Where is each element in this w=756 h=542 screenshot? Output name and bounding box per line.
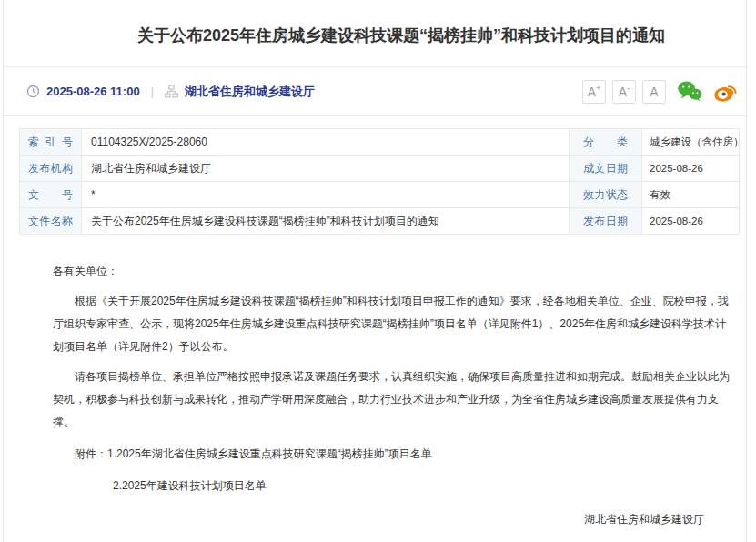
meta-separator: | (151, 85, 154, 98)
doc-number-value: * (82, 182, 570, 208)
article-page: 关于公布2025年住房城乡建设科技课题“揭榜挂帅”和科技计划项目的通知 2025… (3, 0, 747, 542)
font-reset-label: A (650, 85, 658, 99)
paragraph-1: 根据《关于开展2025年住房城乡建设科技课题“揭榜挂帅”和科技计划项目申报工作的… (53, 290, 737, 358)
table-row: 文件名称 关于公布2025年住房城乡建设科技课题“揭榜挂帅”和科技计划项目的通知… (20, 208, 740, 235)
meta-row: 2025-08-26 11:00 | 湖北省住房和城乡建设厅 A+ A- A (4, 67, 746, 115)
meta-divider (4, 115, 746, 116)
validity-status-value: 有效 (642, 182, 740, 208)
publish-date-label: 发布日期 (570, 208, 642, 235)
signature-org: 湖北省住房和城乡建设厅 (53, 508, 704, 531)
index-number-label: 索引号 (20, 129, 82, 156)
table-row: 文号 * 效力状态 有效 (20, 182, 740, 208)
category-label: 分类 (570, 129, 642, 156)
publish-date-value: 2025-08-26 (642, 208, 740, 235)
weibo-share-icon[interactable] (713, 80, 738, 104)
attachment-line-1: 附件：1.2025年湖北省住房城乡建设重点科技研究课题“揭榜挂帅”项目名单 (53, 443, 737, 466)
source-sitemap-icon (165, 85, 178, 98)
font-reset-button[interactable]: A (642, 80, 666, 104)
index-number-value: 01104325X/2025-28060 (82, 129, 570, 156)
file-name-label: 文件名称 (20, 208, 82, 235)
font-increase-sup: + (596, 85, 600, 93)
signature-block: 湖北省住房和城乡建设厅 2025年8月26日 (53, 508, 737, 542)
font-increase-label: A (588, 85, 596, 99)
attachment-line-2: 2.2025年建设科技计划项目名单 (113, 475, 737, 497)
document-body: 各有关单位： 根据《关于开展2025年住房城乡建设科技课题“揭榜挂帅”和科技计划… (53, 260, 737, 542)
clock-icon (26, 85, 40, 98)
paragraph-2: 请各项目揭榜单位、承担单位严格按照申报承诺及课题任务要求，认真组织实施，确保项目… (53, 366, 737, 434)
written-date-label: 成文日期 (570, 156, 642, 182)
meta-left: 2025-08-26 11:00 | 湖北省住房和城乡建设厅 (26, 84, 315, 100)
salutation: 各有关单位： (53, 260, 737, 283)
issuing-agency-label: 发布机构 (20, 156, 82, 182)
written-date-value: 2025-08-26 (642, 156, 740, 182)
meta-tools: A+ A- A (576, 80, 738, 104)
table-row: 发布机构 湖北省住房和城乡建设厅 成文日期 2025-08-26 (20, 156, 740, 182)
doc-number-label: 文号 (20, 182, 82, 208)
document-info-table: 索引号 01104325X/2025-28060 分类 城乡建设（含住房） 发布… (19, 128, 740, 235)
issuing-agency-value: 湖北省住房和城乡建设厅 (82, 156, 570, 182)
font-decrease-label: A (619, 85, 627, 99)
table-row: 索引号 01104325X/2025-28060 分类 城乡建设（含住房） (20, 129, 740, 156)
font-decrease-button[interactable]: A- (612, 80, 636, 104)
wechat-share-icon[interactable] (677, 80, 702, 103)
page-title: 关于公布2025年住房城乡建设科技课题“揭榜挂帅”和科技计划项目的通知 (4, 25, 746, 46)
validity-status-label: 效力状态 (570, 182, 642, 208)
file-name-value: 关于公布2025年住房城乡建设科技课题“揭榜挂帅”和科技计划项目的通知 (82, 208, 570, 235)
publish-datetime: 2025-08-26 11:00 (46, 85, 140, 98)
font-increase-button[interactable]: A+ (582, 80, 606, 104)
font-decrease-sup: - (627, 85, 630, 93)
source-link[interactable]: 湖北省住房和城乡建设厅 (185, 84, 315, 100)
category-value: 城乡建设（含住房） (642, 129, 740, 156)
